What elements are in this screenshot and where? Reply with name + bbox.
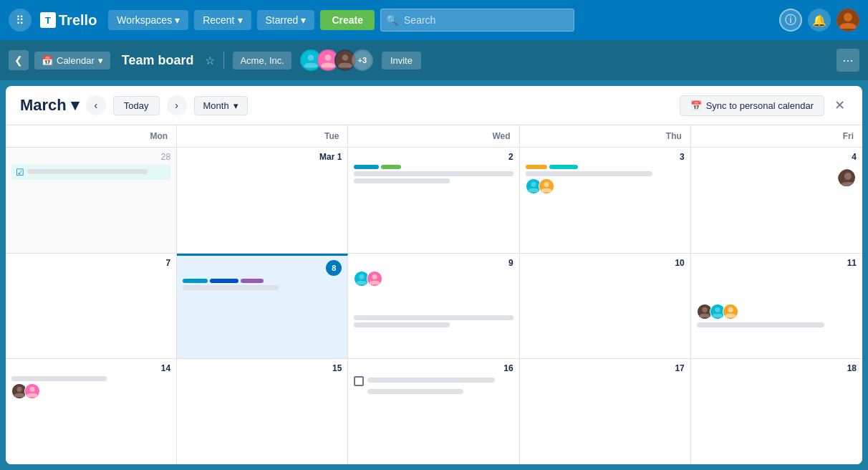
prev-month-button[interactable]: ‹ <box>86 95 106 115</box>
svg-point-9 <box>531 182 536 187</box>
more-members-badge[interactable]: +3 <box>352 49 373 71</box>
date-mar11: 11 <box>697 258 857 268</box>
cal-card[interactable]: ☑ <box>11 165 170 180</box>
svg-point-5 <box>325 54 332 61</box>
card-bar <box>183 285 278 290</box>
close-calendar-button[interactable]: ✕ <box>831 95 848 116</box>
cal-cell-mar8[interactable]: 8 <box>177 254 348 359</box>
date-mar9: 9 <box>354 258 513 268</box>
calendar-days-header: Mon Tue Wed Thu Fri <box>6 125 862 148</box>
svg-point-11 <box>544 182 549 187</box>
tag-teal <box>549 165 578 169</box>
tag-cyan <box>354 165 379 169</box>
search-input[interactable] <box>380 9 574 32</box>
separator <box>223 52 224 69</box>
board-header: ❮ 📅 Calendar ▾ Team board ☆ Acme, Inc. +… <box>0 40 868 80</box>
tag-blue <box>210 279 238 283</box>
date-feb28: 28 <box>11 152 170 162</box>
card-bar <box>526 171 653 176</box>
workspaces-button[interactable]: Workspaces ▾ <box>108 10 188 30</box>
cal-cell-mar11[interactable]: 11 <box>691 254 862 359</box>
date-mar17: 17 <box>526 363 685 373</box>
tag-row <box>183 279 342 283</box>
trello-logo-box: T <box>40 12 56 28</box>
board-title: Team board <box>116 53 200 68</box>
cal-cell-mar10[interactable]: 10 <box>520 254 691 359</box>
chevron-down-icon: ▾ <box>175 14 180 26</box>
svg-point-21 <box>715 307 720 312</box>
cal-cell-mar16[interactable]: 16 <box>348 359 519 464</box>
cal-cell-mar4[interactable]: 4 <box>691 148 862 253</box>
search-icon: 🔍 <box>386 14 398 26</box>
date-mar2: 2 <box>354 152 513 162</box>
corner-avatar <box>836 168 857 188</box>
calendar-container: March ▾ ‹ Today › Month ▾ 📅 Sync to pers… <box>6 86 862 464</box>
invite-button[interactable]: Invite <box>382 52 421 69</box>
date-mar7: 7 <box>11 258 170 268</box>
svg-point-23 <box>728 307 733 312</box>
date-mar8: 8 <box>326 260 342 276</box>
tag-row <box>526 165 685 169</box>
sidebar-toggle-button[interactable]: ❮ <box>9 50 29 70</box>
recent-button[interactable]: Recent ▾ <box>194 10 251 30</box>
date-mar14: 14 <box>11 363 170 373</box>
day-header-fri: Fri <box>691 125 862 147</box>
member-avatars: +3 <box>300 49 373 71</box>
card-bar <box>354 315 513 320</box>
grid-menu-button[interactable]: ⠿ <box>9 9 32 32</box>
card-bar <box>367 378 495 383</box>
date-mar4: 4 <box>697 152 857 162</box>
more-options-button[interactable]: ··· <box>836 49 859 72</box>
svg-point-1 <box>844 13 852 21</box>
cal-cell-mar1[interactable]: Mar 1 <box>177 148 348 253</box>
user-avatar[interactable] <box>836 9 859 32</box>
chevron-down-icon: ▾ <box>71 96 79 115</box>
cal-cell-mar18[interactable]: 18 <box>691 359 862 464</box>
calendar-grid: Mon Tue Wed Thu Fri 28 ☑ Mar 1 <box>6 125 862 464</box>
tag-purple <box>241 279 264 283</box>
svg-point-13 <box>844 173 852 180</box>
mini-avatar-2 <box>24 383 40 399</box>
cal-cell-feb28[interactable]: 28 ☑ <box>6 148 177 253</box>
cal-cell-mar15[interactable]: 15 <box>177 359 348 464</box>
cal-cell-mar9[interactable]: 9 <box>348 254 519 359</box>
today-button[interactable]: Today <box>113 96 160 115</box>
card-bar <box>697 322 825 327</box>
cal-cell-mar14[interactable]: 14 <box>6 359 177 464</box>
sync-calendar-button[interactable]: 📅 Sync to personal calendar <box>680 95 824 116</box>
svg-point-17 <box>372 274 377 279</box>
calendar-icon: 📅 <box>42 55 53 66</box>
calendar-sync-icon: 📅 <box>690 100 702 111</box>
calendar-view-button[interactable]: 📅 Calendar ▾ <box>34 52 110 69</box>
starred-button[interactable]: Starred ▾ <box>257 10 315 30</box>
cal-cell-mar7[interactable]: 7 <box>6 254 177 359</box>
day-header-mon: Mon <box>6 125 177 147</box>
notifications-button[interactable]: 🔔 <box>808 9 831 32</box>
avatars-row <box>526 178 685 194</box>
workspace-button[interactable]: Acme, Inc. <box>233 52 291 69</box>
calendar-week-2: 7 8 9 <box>6 254 862 360</box>
cal-cell-mar17[interactable]: 17 <box>520 359 691 464</box>
next-month-button[interactable]: › <box>167 95 187 115</box>
star-board-button[interactable]: ☆ <box>205 54 215 67</box>
cal-cell-mar3[interactable]: 3 <box>520 148 691 253</box>
svg-point-3 <box>308 54 314 61</box>
date-mar3: 3 <box>526 152 685 162</box>
month-view-dropdown[interactable]: Month ▾ <box>194 96 248 115</box>
svg-point-27 <box>29 387 34 392</box>
svg-point-25 <box>16 387 21 392</box>
card-bar <box>27 169 148 174</box>
chevron-down-icon: ▾ <box>98 55 103 66</box>
calendar-week-1: 28 ☑ Mar 1 2 <box>6 148 862 254</box>
calendar-weeks: 28 ☑ Mar 1 2 <box>6 148 862 464</box>
trello-logo-text: Trello <box>59 12 97 29</box>
search-wrapper: 🔍 <box>380 9 574 32</box>
month-title[interactable]: March ▾ <box>20 96 79 115</box>
avatars-row <box>697 304 857 320</box>
checkbox-icon <box>354 376 364 386</box>
calendar-toolbar: March ▾ ‹ Today › Month ▾ 📅 Sync to pers… <box>6 86 862 125</box>
svg-point-7 <box>342 54 349 61</box>
create-button[interactable]: Create <box>320 10 375 30</box>
info-button[interactable]: ⓘ <box>779 9 802 32</box>
cal-cell-mar2[interactable]: 2 <box>348 148 519 253</box>
